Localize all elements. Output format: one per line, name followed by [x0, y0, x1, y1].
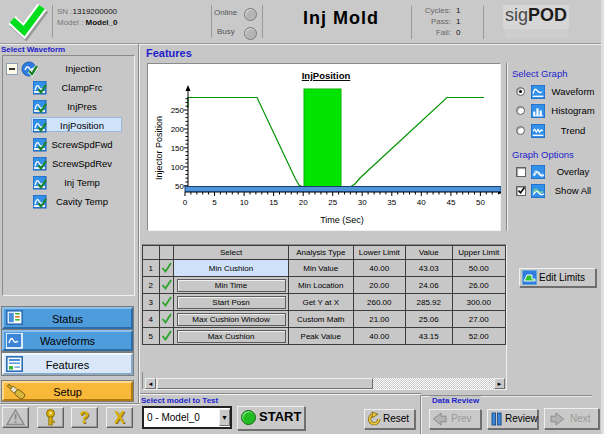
svg-text:40: 40 [417, 198, 426, 207]
svg-text:45: 45 [446, 198, 455, 207]
svg-text:Time (Sec): Time (Sec) [320, 215, 364, 225]
svg-text:25: 25 [328, 198, 337, 207]
svg-text:200: 200 [171, 125, 185, 134]
svg-text:150: 150 [171, 144, 185, 153]
svg-text:35: 35 [387, 198, 396, 207]
svg-text:20: 20 [299, 198, 308, 207]
svg-text:50: 50 [476, 198, 485, 207]
svg-text:5: 5 [212, 198, 217, 207]
svg-text:100: 100 [171, 163, 185, 172]
svg-text:InjPosition: InjPosition [302, 70, 351, 81]
svg-text:250: 250 [171, 106, 185, 115]
svg-text:50: 50 [175, 182, 184, 191]
svg-text:15: 15 [269, 198, 278, 207]
svg-text:Injector Position: Injector Position [154, 116, 164, 180]
svg-text:0: 0 [183, 198, 188, 207]
svg-text:10: 10 [240, 198, 249, 207]
svg-text:30: 30 [358, 198, 367, 207]
